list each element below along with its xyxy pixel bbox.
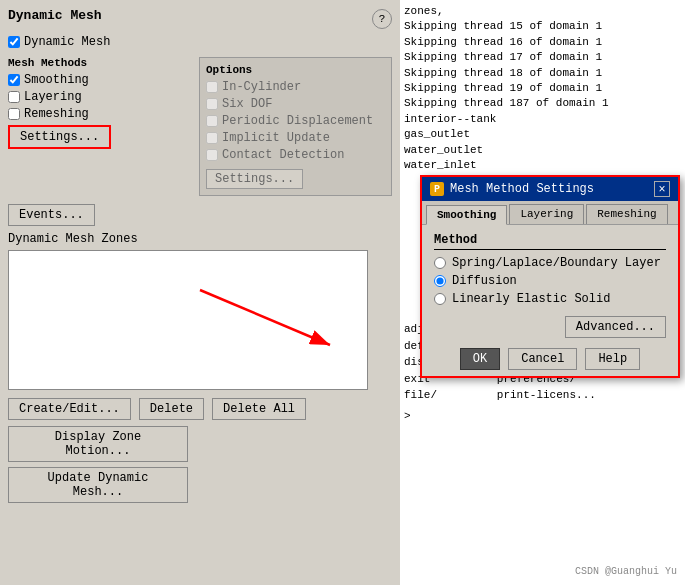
dialog-close-button[interactable]: × xyxy=(654,181,670,197)
help-button[interactable]: ? xyxy=(372,9,392,29)
radio-diffusion-label: Diffusion xyxy=(452,274,517,288)
radio-elastic-row: Linearly Elastic Solid xyxy=(434,292,666,306)
radio-elastic[interactable] xyxy=(434,293,446,305)
tab-smoothing[interactable]: Smoothing xyxy=(426,205,507,225)
console-item: file/ xyxy=(404,387,457,404)
options-label: Options xyxy=(206,64,385,76)
method-section-title: Method xyxy=(434,233,666,250)
bottom-buttons: Create/Edit... Delete Delete All xyxy=(8,398,392,420)
cancel-button[interactable]: Cancel xyxy=(508,348,577,370)
smoothing-label: Smoothing xyxy=(24,73,89,87)
periodic-disp-checkbox[interactable] xyxy=(206,115,218,127)
dialog-titlebar-left: P Mesh Method Settings xyxy=(430,182,594,196)
layering-checkbox[interactable] xyxy=(8,91,20,103)
remeshing-checkbox[interactable] xyxy=(8,108,20,120)
periodic-disp-row: Periodic Displacement xyxy=(206,114,385,128)
mesh-settings-dialog: P Mesh Method Settings × Smoothing Layer… xyxy=(420,175,680,378)
smoothing-row: Smoothing xyxy=(8,73,187,87)
contact-detection-checkbox[interactable] xyxy=(206,149,218,161)
update-mesh-button[interactable]: Update Dynamic Mesh... xyxy=(8,467,188,503)
ok-button[interactable]: OK xyxy=(460,348,500,370)
create-edit-button[interactable]: Create/Edit... xyxy=(8,398,131,420)
help-dialog-button[interactable]: Help xyxy=(585,348,640,370)
dynamic-mesh-label: Dynamic Mesh xyxy=(24,35,110,49)
mesh-methods-section: Mesh Methods Smoothing Layering Remeshin… xyxy=(8,57,187,196)
six-dof-row: Six DOF xyxy=(206,97,385,111)
radio-spring[interactable] xyxy=(434,257,446,269)
options-section: Options In-Cylinder Six DOF Periodic Dis… xyxy=(199,57,392,196)
tab-remeshing[interactable]: Remeshing xyxy=(586,204,667,224)
contact-detection-label: Contact Detection xyxy=(222,148,344,162)
dialog-body: Method Spring/Laplace/Boundary Layer Dif… xyxy=(422,225,678,318)
dialog-tabs: Smoothing Layering Remeshing xyxy=(422,201,678,225)
watermark: CSDN @Guanghui Yu xyxy=(575,566,677,577)
dialog-icon: P xyxy=(430,182,444,196)
settings-button[interactable]: Settings... xyxy=(8,125,111,149)
tab-layering[interactable]: Layering xyxy=(509,204,584,224)
dialog-footer: OK Cancel Help xyxy=(422,342,678,376)
in-cylinder-checkbox[interactable] xyxy=(206,81,218,93)
radio-diffusion[interactable] xyxy=(434,275,446,287)
contact-detection-row: Contact Detection xyxy=(206,148,385,162)
layering-row: Layering xyxy=(8,90,187,104)
remeshing-row: Remeshing xyxy=(8,107,187,121)
periodic-disp-label: Periodic Displacement xyxy=(222,114,373,128)
six-dof-label: Six DOF xyxy=(222,97,272,111)
console-output: zones, Skipping thread 15 of domain 1 Sk… xyxy=(400,0,685,177)
left-panel: Dynamic Mesh ? Dynamic Mesh Mesh Methods… xyxy=(0,0,400,585)
options-settings-button[interactable]: Settings... xyxy=(206,169,303,189)
radio-spring-row: Spring/Laplace/Boundary Layer xyxy=(434,256,666,270)
console-prompt: > xyxy=(404,410,681,422)
in-cylinder-label: In-Cylinder xyxy=(222,80,301,94)
radio-spring-label: Spring/Laplace/Boundary Layer xyxy=(452,256,661,270)
radio-elastic-label: Linearly Elastic Solid xyxy=(452,292,610,306)
radio-diffusion-row: Diffusion xyxy=(434,274,666,288)
events-button[interactable]: Events... xyxy=(8,204,95,226)
dialog-titlebar: P Mesh Method Settings × xyxy=(422,177,678,201)
zones-list xyxy=(8,250,368,390)
advanced-button[interactable]: Advanced... xyxy=(565,316,666,338)
smoothing-checkbox[interactable] xyxy=(8,74,20,86)
dialog-title: Mesh Method Settings xyxy=(450,182,594,196)
panel-title: Dynamic Mesh xyxy=(8,8,102,23)
dynamic-mesh-checkbox[interactable] xyxy=(8,36,20,48)
delete-button[interactable]: Delete xyxy=(139,398,204,420)
implicit-update-row: Implicit Update xyxy=(206,131,385,145)
in-cylinder-row: In-Cylinder xyxy=(206,80,385,94)
console-item: print-licens... xyxy=(497,387,596,404)
implicit-update-label: Implicit Update xyxy=(222,131,330,145)
delete-all-button[interactable]: Delete All xyxy=(212,398,306,420)
zones-label: Dynamic Mesh Zones xyxy=(8,232,392,246)
dynamic-mesh-checkbox-row: Dynamic Mesh xyxy=(8,35,392,49)
right-panel: zones, Skipping thread 15 of domain 1 Sk… xyxy=(400,0,685,585)
mesh-methods-label: Mesh Methods xyxy=(8,57,187,69)
layering-label: Layering xyxy=(24,90,82,104)
six-dof-checkbox[interactable] xyxy=(206,98,218,110)
display-zone-button[interactable]: Display Zone Motion... xyxy=(8,426,188,462)
remeshing-label: Remeshing xyxy=(24,107,89,121)
implicit-update-checkbox[interactable] xyxy=(206,132,218,144)
